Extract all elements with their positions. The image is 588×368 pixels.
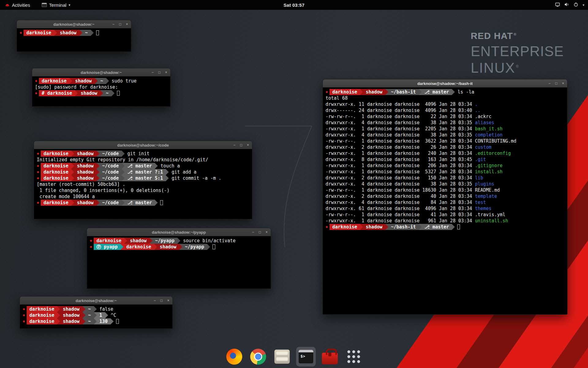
terminal-text: drwxrwxr-x. 2 darknoise darknoise 26 Jan… bbox=[326, 144, 475, 150]
window-titlebar[interactable]: darknoise@shadow:~/code−□× bbox=[34, 141, 252, 149]
prompt-segment-path: ~/code bbox=[100, 200, 122, 206]
maximize-button[interactable]: □ bbox=[119, 22, 121, 26]
maximize-button[interactable]: □ bbox=[160, 299, 163, 302]
redhat-prompt-icon: ● bbox=[23, 306, 25, 312]
terminal-text: touch a bbox=[158, 163, 180, 169]
window-titlebar[interactable]: darknoise@shadow:~−□× bbox=[20, 297, 172, 305]
window-controls: −□× bbox=[233, 141, 249, 149]
prompt-segment-venv: ⓟ pyapp bbox=[94, 244, 120, 250]
minimize-button[interactable]: − bbox=[233, 143, 236, 147]
close-button[interactable]: × bbox=[562, 82, 564, 85]
powerline-separator-icon bbox=[154, 244, 157, 250]
system-status-area[interactable]: ▾ bbox=[555, 2, 588, 8]
redhat-prompt-icon: ● bbox=[326, 224, 328, 230]
maximize-button[interactable]: □ bbox=[158, 71, 160, 74]
terminal-cursor bbox=[213, 244, 215, 249]
prompt-segment-host: shadow bbox=[74, 169, 96, 175]
prompt-segment-user: darknoise bbox=[41, 169, 71, 175]
powerline-separator-icon bbox=[82, 306, 85, 312]
powerline-separator-icon bbox=[179, 244, 182, 250]
maximize-button[interactable]: □ bbox=[259, 230, 261, 234]
window-title: darknoise@shadow:~ bbox=[81, 70, 122, 75]
prompt-segment-user: darknoise bbox=[27, 318, 57, 324]
minimize-button[interactable]: − bbox=[152, 71, 154, 74]
close-button[interactable]: × bbox=[126, 22, 128, 26]
terminal-line: ●darknoiseshadow~130 bbox=[23, 318, 170, 324]
terminal-text: lib bbox=[475, 175, 483, 181]
powerline-separator-icon bbox=[452, 89, 455, 95]
redhat-prompt-icon: ● bbox=[35, 90, 37, 96]
app-menu-button[interactable]: Terminal ▾ bbox=[40, 0, 72, 10]
prompt-segment-path: ~/code bbox=[100, 163, 122, 169]
minimize-button[interactable]: − bbox=[154, 299, 156, 302]
terminal-line: -rwxrwxr-x. 1 darknoise darknoise 5327 J… bbox=[326, 169, 564, 175]
powerline-separator-icon bbox=[122, 200, 125, 206]
activities-button[interactable]: Activities bbox=[3, 0, 32, 10]
terminal-body[interactable]: ●darknoiseshadow~ bbox=[17, 28, 131, 52]
powerline-separator-icon bbox=[385, 224, 388, 230]
redhat-prompt-icon: ● bbox=[37, 163, 39, 169]
terminal-body[interactable]: ●darknoiseshadow~ false●darknoiseshadow~… bbox=[20, 305, 172, 328]
prompt-segment-git: ⎇ master bbox=[125, 163, 155, 169]
window-titlebar[interactable]: darknoise@shadow:~/pyapp−□× bbox=[87, 228, 271, 236]
dock-terminal-button[interactable] bbox=[296, 347, 316, 366]
terminal-text: -rw-rw-r--. 1 darknoise darknoise 3622 J… bbox=[326, 138, 475, 144]
close-button[interactable]: × bbox=[167, 299, 169, 302]
powerline-separator-icon bbox=[96, 151, 100, 157]
powerline-separator-icon bbox=[122, 175, 125, 181]
powerline-separator-icon bbox=[177, 238, 180, 244]
terminal-body[interactable]: ●darknoiseshadow~/bash-it⎇ master ls -la… bbox=[323, 87, 567, 314]
terminal-text: drwxrwxr-x. 4 darknoise darknoise 38 Jan… bbox=[326, 181, 475, 187]
terminal-body[interactable]: ●darknoiseshadow~/pyapp source bin/activ… bbox=[87, 236, 271, 289]
window-titlebar[interactable]: darknoise@shadow:~−□× bbox=[32, 68, 170, 76]
powerline-separator-icon bbox=[71, 169, 74, 175]
prompt-segment-host: shadow bbox=[72, 78, 94, 84]
prompt-segment-user: darknoise bbox=[330, 224, 360, 230]
prompt-segment-host: shadow bbox=[74, 151, 96, 157]
powerline-separator-icon bbox=[82, 312, 85, 318]
window-titlebar[interactable]: darknoise@shadow:~−□× bbox=[17, 20, 131, 28]
window-layer: darknoise@shadow:~−□×●darknoiseshadow~da… bbox=[0, 0, 588, 368]
powerline-separator-icon bbox=[71, 200, 74, 206]
maximize-button[interactable]: □ bbox=[555, 82, 557, 85]
terminal-body[interactable]: ●darknoiseshadow~/code git initInitializ… bbox=[34, 149, 252, 219]
close-button[interactable]: × bbox=[165, 71, 167, 74]
prompt-segment-host: shadow bbox=[60, 306, 82, 312]
redhat-prompt-icon: ● bbox=[326, 89, 328, 95]
minimize-button[interactable]: − bbox=[112, 22, 115, 26]
clock[interactable]: Sat 03:57 bbox=[284, 2, 305, 8]
redhat-prompt-icon: ● bbox=[23, 318, 25, 324]
powerline-separator-icon bbox=[82, 318, 85, 324]
terminal-window-w2: darknoise@shadow:~−□×●darknoiseshadow~ s… bbox=[32, 68, 171, 107]
terminal-line: ●darknoiseshadow~ bbox=[20, 30, 128, 36]
terminal-text: install.sh bbox=[475, 169, 503, 175]
terminal-body[interactable]: ●darknoiseshadow~ sudo true[sudo] passwo… bbox=[32, 76, 170, 106]
minimize-button[interactable]: − bbox=[252, 230, 254, 234]
minimize-button[interactable]: − bbox=[548, 82, 551, 85]
dock-firefox-button[interactable] bbox=[224, 347, 244, 366]
close-button[interactable]: × bbox=[266, 230, 268, 234]
terminal-text: drwxrwxr-x. 4 darknoise darknoise 38 Jan… bbox=[326, 132, 475, 138]
terminal-text: CONTRIBUTING.md bbox=[475, 138, 516, 144]
powerline-separator-icon bbox=[71, 163, 74, 169]
terminal-text: .. bbox=[475, 107, 481, 113]
terminal-text: drwxrwxr-x. 11 darknoise darknoise 4096 … bbox=[326, 101, 475, 107]
prompt-segment-host: shadow bbox=[78, 90, 100, 96]
terminal-text: [sudo] password for darknoise: bbox=[35, 84, 121, 90]
window-controls: −□× bbox=[154, 297, 169, 305]
dock-app-grid-button[interactable] bbox=[344, 347, 364, 366]
window-titlebar[interactable]: darknoise@shadow:~/bash-it−□× bbox=[323, 79, 567, 87]
terminal-text: .travis.yml bbox=[475, 212, 505, 218]
terminal-text: .editorconfig bbox=[475, 150, 511, 156]
dock-software-button[interactable] bbox=[320, 347, 340, 366]
terminal-line: total 68 bbox=[326, 95, 564, 101]
prompt-segment-user: darknoise bbox=[41, 163, 71, 169]
terminal-text: custom bbox=[475, 144, 492, 150]
powerline-separator-icon bbox=[360, 224, 363, 230]
window-title: darknoise@shadow:~/bash-it bbox=[417, 81, 473, 86]
maximize-button[interactable]: □ bbox=[240, 143, 242, 147]
close-button[interactable]: × bbox=[247, 143, 249, 147]
dock-files-button[interactable] bbox=[272, 347, 292, 366]
dock-chrome-button[interactable] bbox=[248, 347, 268, 366]
terminal-text: aliases bbox=[475, 120, 494, 126]
